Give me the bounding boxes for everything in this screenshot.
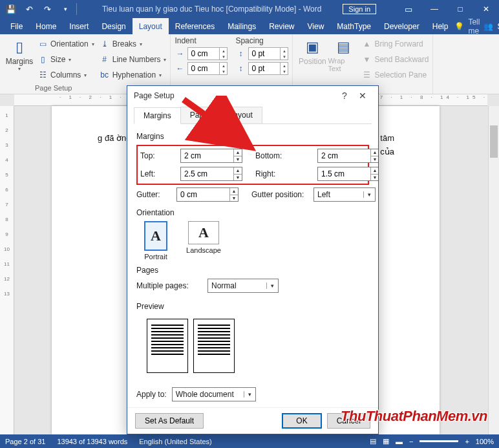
- right-field[interactable]: ▲▼: [317, 167, 378, 181]
- preview-area: [136, 315, 369, 377]
- gutter-pos-label: Gutter position:: [251, 190, 313, 199]
- status-page[interactable]: Page 2 of 31: [5, 438, 45, 445]
- tab-mathtype[interactable]: MathType: [330, 18, 377, 34]
- watermark: ThuThuatPhanMem.vn: [341, 408, 487, 425]
- margins-icon: ▯: [16, 37, 23, 57]
- tab-file[interactable]: File: [4, 18, 29, 34]
- spacing-before-field[interactable]: ↕▲▼: [235, 47, 288, 60]
- ribbon-tabs: File Home Insert Design Layout Reference…: [0, 18, 499, 34]
- size-button[interactable]: ▯Size▾: [37, 53, 94, 66]
- preview-page: [193, 319, 235, 373]
- zoom-level[interactable]: 100%: [476, 438, 494, 445]
- zoom-slider[interactable]: [419, 440, 458, 442]
- ribbon-options-icon[interactable]: ▭: [396, 0, 421, 18]
- scroll-thumb[interactable]: [490, 125, 498, 158]
- highlight-box: Top: ▲▼ Bottom: ▲▼ Left: ▲▼ Right: ▲▼: [136, 145, 369, 185]
- indent-right-icon: ←: [175, 64, 185, 73]
- left-field[interactable]: ▲▼: [180, 167, 242, 181]
- position-icon: ▣: [306, 37, 319, 57]
- minimize-icon[interactable]: —: [421, 0, 447, 18]
- bottom-label: Bottom:: [255, 151, 317, 160]
- tab-design[interactable]: Design: [95, 18, 132, 34]
- columns-button[interactable]: ☷Columns▾: [37, 69, 94, 81]
- orientation-landscape[interactable]: A Landscape: [184, 221, 223, 261]
- spin-up-icon[interactable]: ▲: [234, 149, 242, 156]
- portrait-icon: A: [144, 221, 167, 251]
- margins-button[interactable]: ▯ Margins ▾: [4, 36, 35, 93]
- redo-icon[interactable]: ↷: [39, 1, 56, 17]
- view-web-icon[interactable]: ▬: [396, 438, 403, 445]
- top-label: Top:: [140, 151, 180, 160]
- signin-button[interactable]: Sign in: [343, 4, 376, 14]
- tab-insert[interactable]: Insert: [63, 18, 95, 34]
- indent-label: Indent: [175, 36, 228, 45]
- orientation-portrait[interactable]: A Portrait: [136, 221, 175, 261]
- tab-layout[interactable]: Layout: [133, 18, 169, 34]
- view-print-icon[interactable]: ▦: [383, 437, 389, 445]
- indent-left-field[interactable]: →▲▼: [175, 47, 228, 60]
- maximize-icon[interactable]: □: [447, 0, 473, 18]
- dlg-tab-layout[interactable]: Layout: [220, 107, 262, 123]
- left-label: Left:: [140, 169, 180, 178]
- spin-down-icon[interactable]: ▼: [234, 156, 242, 163]
- dialog-close-icon[interactable]: ✕: [354, 91, 372, 101]
- tab-mailings[interactable]: Mailings: [221, 18, 262, 34]
- tab-review[interactable]: Review: [262, 18, 301, 34]
- breaks-icon: ⤓: [100, 39, 110, 48]
- line-numbers-button[interactable]: #Line Numbers▾: [100, 53, 167, 66]
- statusbar: Page 2 of 31 13943 of 13943 words Englis…: [0, 434, 499, 448]
- lightbulb-icon: 💡: [454, 22, 464, 31]
- chevron-down-icon[interactable]: ▾: [244, 391, 255, 398]
- apply-to-label: Apply to:: [136, 390, 167, 399]
- wrap-text-icon: ▤: [337, 37, 350, 57]
- section-pages: Pages: [136, 266, 369, 275]
- zoom-in-icon[interactable]: +: [465, 438, 469, 445]
- set-default-button[interactable]: Set As Default: [135, 413, 204, 429]
- apply-to-combo[interactable]: Whole document▾: [172, 387, 256, 401]
- status-words[interactable]: 13943 of 13943 words: [57, 438, 127, 445]
- tab-help[interactable]: Help: [426, 18, 455, 34]
- tab-developer[interactable]: Developer: [377, 18, 426, 34]
- save-icon[interactable]: 💾: [3, 1, 19, 17]
- tab-home[interactable]: Home: [29, 18, 63, 34]
- size-icon: ▯: [37, 55, 48, 64]
- send-backward-button: ▼Send Backward: [361, 53, 429, 66]
- bottom-field[interactable]: ▲▼: [317, 149, 378, 163]
- zoom-out-icon[interactable]: −: [409, 438, 413, 445]
- wrap-text-button: ▤Wrap Text: [328, 36, 359, 93]
- hyphenation-button[interactable]: bcHyphenation▾: [100, 69, 167, 81]
- ok-button[interactable]: OK: [282, 413, 321, 429]
- section-margins: Margins: [136, 132, 369, 141]
- section-preview: Preview: [136, 302, 369, 311]
- bring-forward-icon: ▲: [361, 39, 372, 48]
- breaks-button[interactable]: ⤓Breaks▾: [100, 37, 167, 50]
- ruler-vertical[interactable]: 12345678910111213: [0, 106, 14, 434]
- indent-right-field[interactable]: ←▲▼: [175, 62, 228, 75]
- gutter-field[interactable]: ▲▼: [176, 187, 239, 202]
- chevron-down-icon[interactable]: ▾: [266, 283, 278, 289]
- tab-view[interactable]: View: [301, 18, 331, 34]
- view-read-icon[interactable]: ▤: [370, 437, 376, 445]
- qat-customize-icon[interactable]: ▾: [57, 1, 74, 17]
- orientation-button[interactable]: ▭Orientation▾: [37, 37, 94, 50]
- status-language[interactable]: English (United States): [139, 438, 212, 445]
- right-label: Right:: [255, 169, 317, 178]
- spacing-after-field[interactable]: ↕▲▼: [235, 62, 288, 75]
- dlg-tab-margins[interactable]: Margins: [134, 107, 181, 124]
- scrollbar-vertical[interactable]: [488, 106, 499, 434]
- bring-forward-button: ▲Bring Forward: [361, 37, 429, 50]
- columns-icon: ☷: [37, 70, 48, 80]
- dlg-tab-paper[interactable]: Paper: [180, 107, 220, 123]
- chevron-down-icon[interactable]: ▾: [363, 191, 375, 198]
- dialog-help-icon[interactable]: ?: [335, 91, 354, 101]
- undo-icon[interactable]: ↶: [21, 1, 37, 17]
- top-field[interactable]: ▲▼: [180, 149, 242, 163]
- gutter-pos-combo[interactable]: Left▾: [313, 187, 376, 202]
- multiple-pages-combo[interactable]: Normal▾: [207, 279, 279, 293]
- indent-left-icon: →: [175, 49, 185, 58]
- tell-me[interactable]: Tell me: [468, 17, 480, 36]
- tab-references[interactable]: References: [169, 18, 221, 34]
- close-icon[interactable]: ✕: [473, 0, 499, 18]
- preview-page: [147, 319, 188, 373]
- dialog-title: Page Setup: [134, 91, 175, 100]
